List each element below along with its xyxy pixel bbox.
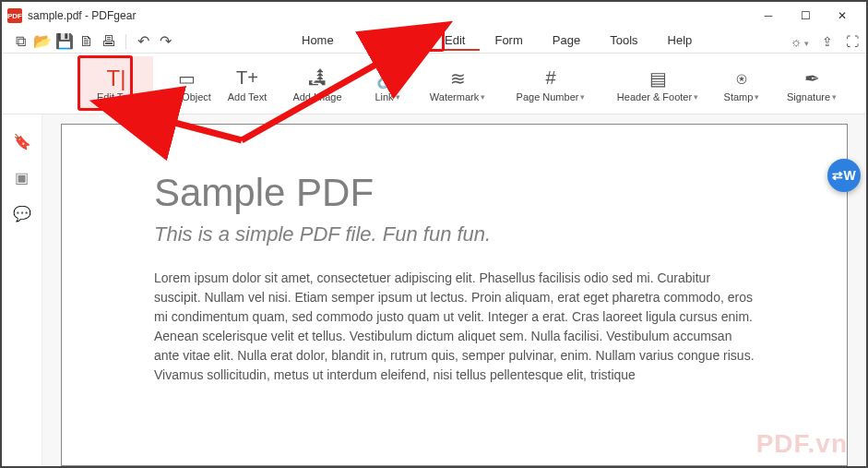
main-tabs: Home Comment Edit Form Page Tools Help [287,31,707,51]
minimize-button[interactable]: ─ [750,3,787,29]
word-icon: ⇄W [832,168,855,183]
convert-to-word-badge[interactable]: ⇄W [827,159,861,192]
undo-icon[interactable]: ↶ [134,32,152,51]
pdf-page[interactable]: Sample PDF This is a simple PDF file. Fu… [61,124,848,466]
watermark-icon: ≋ [450,66,466,91]
share-icon[interactable]: ⇪ [822,34,833,49]
link-button[interactable]: 🔗 Link [360,56,415,112]
maximize-button[interactable]: ☐ [787,3,824,29]
edit-text-label: Edit Text [97,91,136,102]
add-image-label: Add Image [292,91,341,102]
add-image-icon: 🏞 [308,66,327,91]
redo-icon[interactable]: ↷ [156,32,174,51]
header-footer-button[interactable]: ▤ Header & Footer [607,56,708,112]
new-file-icon[interactable]: ⧉ [11,32,30,51]
link-icon: 🔗 [376,66,399,91]
tab-edit[interactable]: Edit [430,31,480,51]
edit-object-label: Edit Object [161,91,211,102]
fullscreen-icon[interactable]: ⛶ [846,34,859,49]
brightness-icon[interactable]: ☼ [791,34,809,49]
open-file-icon[interactable]: 📂 [33,32,52,51]
title-bar: PDF sample.pdf - PDFgear ─ ☐ ✕ [2,2,866,30]
close-button[interactable]: ✕ [824,3,861,29]
doc-heading-1: Sample PDF [154,171,755,215]
watermark-text: PDF.vn [756,429,848,459]
tab-comment[interactable]: Comment [349,31,430,51]
window-title: sample.pdf - PDFgear [28,9,136,22]
header-footer-label: Header & Footer [617,91,698,102]
signature-button[interactable]: ✒ Signature [775,56,849,112]
link-label: Link [375,91,399,102]
edit-object-button[interactable]: ▭ Edit Object [159,56,214,112]
thumbnails-icon[interactable]: ▣ [15,169,29,186]
add-text-label: Add Text [228,91,268,102]
tab-home[interactable]: Home [287,31,349,51]
doc-heading-2: This is a simple PDF file. Fun fun fun. [154,222,755,246]
edit-text-icon: T| [107,66,126,91]
tab-page[interactable]: Page [538,31,595,51]
add-image-button[interactable]: 🏞 Add Image [280,56,354,112]
edit-text-button[interactable]: T| Edit Text [79,56,153,112]
tab-form[interactable]: Form [480,31,537,51]
stamp-icon: ⍟ [736,66,747,91]
separator [125,34,126,49]
print-icon[interactable]: 🖶 [100,32,118,51]
page-number-button[interactable]: # Page Number [500,56,601,112]
watermark-label: Watermark [430,91,485,102]
add-text-button[interactable]: T+ Add Text [220,56,275,112]
bookmark-icon[interactable]: 🔖 [13,133,31,150]
document-viewport: Sample PDF This is a simple PDF file. Fu… [42,114,866,466]
app-icon: PDF [7,8,22,23]
watermark-button[interactable]: ≋ Watermark [421,56,494,112]
comments-icon[interactable]: 💬 [13,205,31,222]
stamp-button[interactable]: ⍟ Stamp [714,56,769,112]
edit-object-icon: ▭ [178,66,196,91]
tab-tools[interactable]: Tools [595,31,652,51]
window-controls: ─ ☐ ✕ [750,3,861,29]
signature-icon: ✒ [804,66,820,91]
tab-help[interactable]: Help [653,31,707,51]
right-icons: ☼ ⇪ ⛶ [791,34,859,49]
left-sidebar: 🔖 ▣ 💬 [2,114,42,466]
stamp-label: Stamp [724,91,760,102]
page-number-icon: # [545,66,555,91]
save-icon[interactable]: 💾 [55,32,74,51]
doc-body-text: Lorem ipsum dolor sit amet, consectetuer… [154,269,755,385]
add-text-icon: T+ [236,66,258,91]
top-toolbar: ⧉ 📂 💾 🗎 🖶 ↶ ↷ Home Comment Edit Form Pag… [2,30,866,54]
header-footer-icon: ▤ [649,66,667,91]
edit-ribbon: T| Edit Text ▭ Edit Object T+ Add Text 🏞… [2,54,866,114]
save-as-icon[interactable]: 🗎 [77,32,96,51]
signature-label: Signature [787,91,837,102]
page-number-label: Page Number [517,91,586,102]
content-area: 🔖 ▣ 💬 Sample PDF This is a simple PDF fi… [2,114,866,466]
